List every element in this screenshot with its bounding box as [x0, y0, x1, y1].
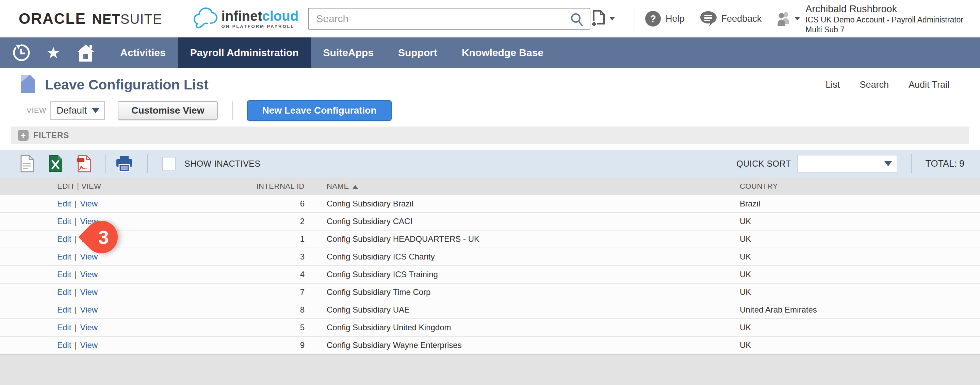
- edit-link[interactable]: Edit: [57, 199, 71, 208]
- export-excel-icon[interactable]: [48, 155, 63, 173]
- view-label: VIEW: [27, 106, 46, 115]
- internal-id-cell: 5: [218, 319, 305, 337]
- recent-records-icon[interactable]: [0, 37, 38, 68]
- cloud-icon: [193, 8, 218, 30]
- internal-id-cell: 8: [218, 301, 305, 319]
- edit-link[interactable]: Edit: [57, 270, 71, 279]
- show-inactives-checkbox[interactable]: [162, 157, 176, 170]
- toolbar-divider: [911, 154, 912, 173]
- header-name-sorted[interactable]: NAME: [327, 177, 358, 195]
- edit-view-separator: |: [75, 234, 76, 244]
- name-cell: Config Subsidiary ICS Training: [327, 266, 438, 284]
- view-link[interactable]: View: [80, 341, 98, 350]
- feedback-button[interactable]: Feedback: [700, 11, 762, 27]
- view-link[interactable]: View: [80, 252, 98, 261]
- table-row: Edit|View3Config Subsidiary ICS CharityU…: [0, 248, 980, 266]
- netsuite-logo-text-bold: NET: [92, 11, 121, 27]
- table-row: Edit|View1Config Subsidiary HEADQUARTERS…: [0, 231, 980, 248]
- view-link[interactable]: View: [80, 234, 98, 244]
- edit-view-separator: |: [75, 252, 76, 261]
- edit-link[interactable]: Edit: [57, 217, 71, 226]
- name-cell: Config Subsidiary ICS Charity: [327, 248, 434, 266]
- nav-tab-knowledge-base[interactable]: Knowledge Base: [450, 37, 556, 68]
- header-edit-view: EDIT | VIEW: [57, 177, 101, 195]
- name-cell: Config Subsidiary United Kingdom: [327, 319, 451, 337]
- toolbar-divider: [147, 154, 148, 173]
- new-leave-configuration-button[interactable]: New Leave Configuration: [247, 100, 391, 121]
- quick-sort-select[interactable]: [797, 155, 897, 173]
- export-csv-icon[interactable]: [20, 155, 34, 173]
- edit-link[interactable]: Edit: [57, 341, 71, 350]
- chevron-down-icon: [92, 108, 99, 113]
- internal-id-cell: 2: [218, 213, 305, 231]
- nav-tab-support[interactable]: Support: [386, 37, 450, 68]
- filters-expander[interactable]: + FILTERS: [11, 127, 969, 144]
- internal-id-cell: 9: [218, 337, 305, 354]
- nav-tab-payroll-administration[interactable]: Payroll Administration: [178, 37, 311, 68]
- country-cell: UK: [740, 337, 751, 354]
- main-nav: ★ Activities Payroll Administration Suit…: [0, 37, 980, 68]
- edit-view-separator: |: [75, 217, 76, 226]
- create-new-icon: [590, 10, 607, 28]
- header-country[interactable]: COUNTRY: [740, 177, 778, 195]
- header-internal-id[interactable]: INTERNAL ID: [218, 177, 305, 195]
- edit-view-separator: |: [75, 323, 76, 332]
- view-select[interactable]: Default: [50, 101, 105, 120]
- favorites-star-icon[interactable]: ★: [38, 37, 68, 68]
- country-cell: Brazil: [740, 195, 760, 213]
- help-button[interactable]: ? Help: [645, 11, 685, 27]
- audit-trail-link[interactable]: Audit Trail: [908, 79, 950, 90]
- edit-link[interactable]: Edit: [57, 252, 71, 261]
- country-cell: UK: [740, 266, 751, 284]
- view-link[interactable]: View: [80, 217, 98, 226]
- infinetcloud-wordmark: infinetcloud: [221, 9, 299, 23]
- name-cell: Config Subsidiary Wayne Enterprises: [327, 337, 462, 354]
- table-row: Edit|View8Config Subsidiary UAEUnited Ar…: [0, 301, 980, 319]
- edit-link[interactable]: Edit: [57, 234, 71, 244]
- table-row: Edit|View7Config Subsidiary Time CorpUK: [0, 284, 980, 301]
- country-cell: UK: [740, 213, 751, 231]
- table-row: Edit|View6Config Subsidiary BrazilBrazil: [0, 195, 980, 213]
- total-count: TOTAL: 9: [925, 158, 964, 169]
- country-cell: UK: [740, 319, 751, 337]
- document-icon: [20, 74, 35, 95]
- row-actions: Edit|View: [57, 266, 98, 284]
- user-icon: [776, 10, 792, 28]
- country-cell: UK: [740, 284, 751, 301]
- edit-link[interactable]: Edit: [57, 287, 71, 296]
- internal-id-cell: 7: [218, 284, 305, 301]
- create-new-button[interactable]: [590, 10, 615, 28]
- row-actions: Edit|View: [57, 231, 98, 248]
- view-link[interactable]: View: [80, 323, 98, 332]
- home-icon[interactable]: [68, 37, 103, 68]
- nav-tab-suiteapps[interactable]: SuiteApps: [311, 37, 386, 68]
- print-icon[interactable]: [116, 155, 133, 172]
- oracle-logo-text: ORACLE: [19, 10, 86, 27]
- search-icon[interactable]: [569, 12, 584, 27]
- table-body: Edit|View6Config Subsidiary BrazilBrazil…: [0, 195, 980, 354]
- nav-tab-activities[interactable]: Activities: [108, 37, 178, 68]
- search-input[interactable]: [308, 8, 590, 30]
- customise-view-button[interactable]: Customise View: [118, 101, 218, 120]
- user-menu[interactable]: Archibald Rushbrook ICS UK Demo Account …: [776, 3, 965, 35]
- row-actions: Edit|View: [57, 284, 98, 301]
- view-link[interactable]: View: [80, 287, 98, 296]
- infinetcloud-logo: infinetcloud ON PLATFORM PAYROLL: [193, 8, 299, 30]
- internal-id-cell: 6: [218, 195, 305, 213]
- name-cell: Config Subsidiary Brazil: [327, 195, 414, 213]
- user-name: Archibald Rushbrook: [805, 3, 965, 15]
- table-row: Edit|View2Config Subsidiary CACIUK: [0, 213, 980, 231]
- view-link[interactable]: View: [80, 305, 98, 314]
- search-link[interactable]: Search: [859, 79, 889, 90]
- edit-link[interactable]: Edit: [57, 323, 71, 332]
- export-pdf-icon[interactable]: [77, 155, 91, 173]
- view-link[interactable]: View: [80, 199, 98, 208]
- quick-sort-label: QUICK SORT: [737, 159, 791, 169]
- view-link[interactable]: View: [80, 270, 98, 279]
- edit-link[interactable]: Edit: [57, 305, 71, 314]
- country-cell: UK: [740, 248, 751, 266]
- show-inactives-label[interactable]: SHOW INACTIVES: [185, 159, 261, 169]
- list-link[interactable]: List: [826, 79, 840, 90]
- row-actions: Edit|View: [57, 319, 98, 337]
- netsuite-logo-text-light: SUITE: [121, 11, 162, 27]
